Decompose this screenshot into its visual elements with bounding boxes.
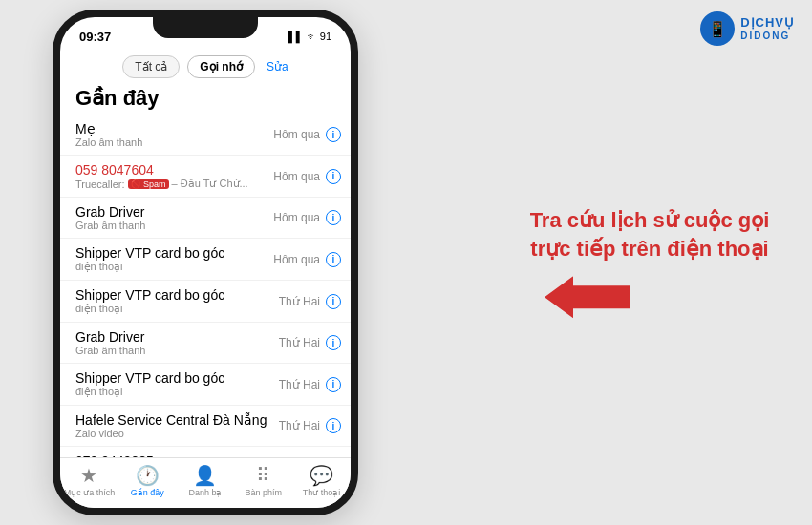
info-icon[interactable]: i [326, 252, 341, 267]
nav-contacts-label: Danh bạ [188, 489, 222, 498]
logo-icon: 📱 [700, 11, 735, 46]
call-day: Thứ Hai [279, 419, 320, 432]
tab-edit-link[interactable]: Sửa [267, 60, 288, 74]
nav-favorites[interactable]: ★ Mục ưa thích [60, 464, 118, 498]
call-item-left: Grab Driver Grab âm thanh [75, 329, 279, 356]
info-icon[interactable]: i [326, 210, 341, 225]
list-item[interactable]: Grab Driver Grab âm thanh Thứ Hai i [60, 323, 351, 364]
svg-marker-0 [545, 277, 630, 319]
call-name: Grab Driver [75, 329, 279, 345]
nav-keypad-label: Bàn phím [246, 489, 283, 498]
call-name: Shipper VTP card bo góc [75, 287, 279, 303]
call-day: Hôm qua [273, 170, 320, 183]
info-icon[interactable]: i [326, 418, 341, 433]
star-icon: ★ [80, 464, 97, 487]
nav-favorites-label: Mục ưa thích [64, 489, 116, 498]
call-item-left: Hafele Service Central Đà Nẵng Zalo vide… [75, 412, 279, 439]
keypad-icon: ⠿ [256, 464, 270, 487]
call-right: Thứ Hai i [279, 294, 341, 309]
call-item-left: Grab Driver Grab âm thanh [75, 204, 273, 231]
call-item-left: Shipper VTP card bo góc điện thoại [75, 370, 279, 398]
call-sub: Zalo video [75, 428, 279, 439]
call-name: Shipper VTP card bo góc [75, 245, 273, 261]
tab-row: Tất cả Gọi nhớ Sửa [60, 50, 351, 84]
list-item[interactable]: Hafele Service Central Đà Nẵng Zalo vide… [60, 406, 351, 447]
voicemail-icon: 💬 [310, 464, 333, 487]
list-item[interactable]: Mẹ Zalo âm thanh Hôm qua i [60, 115, 351, 156]
info-icon[interactable]: i [326, 377, 341, 392]
nav-voicemail[interactable]: 💬 Thư thoại [292, 464, 351, 498]
call-right: Thứ Hai i [279, 335, 341, 350]
call-name: Hafele Service Central Đà Nẵng [75, 412, 279, 428]
call-sub: Zalo âm thanh [75, 136, 273, 148]
bottom-nav: ★ Mục ưa thích 🕐 Gần đây 👤 Danh bạ ⠿ Bàn… [60, 457, 351, 508]
call-item-left: 059 8047604 Truecaller: 🚫 Spam – Đầu Tư … [75, 162, 273, 190]
call-sub: Grab âm thanh [75, 220, 273, 231]
call-sub: Grab âm thanh [75, 345, 279, 356]
arrow-left-icon [545, 277, 630, 319]
list-item[interactable]: Shipper VTP card bo góc điện thoại Thứ H… [60, 281, 351, 323]
call-right: Hôm qua i [273, 127, 341, 142]
contacts-icon: 👤 [193, 464, 217, 487]
call-item-left: 079 9449335 Việt Nam [75, 453, 279, 457]
nav-keypad[interactable]: ⠿ Bàn phím [234, 464, 292, 498]
call-name: 079 9449335 [75, 453, 279, 457]
status-time: 09:37 [79, 30, 111, 44]
right-panel-text: Tra cứu lịch sử cuộc gọi trực tiếp trên … [525, 206, 774, 262]
call-sub: điện thoại [75, 386, 279, 398]
status-icons: ▌▌ ᯤ 91 [288, 31, 331, 42]
call-item-left: Mẹ Zalo âm thanh [75, 121, 273, 148]
nav-contacts[interactable]: 👤 Danh bạ [177, 464, 235, 498]
list-item[interactable]: Shipper VTP card bo góc điện thoại Thứ H… [60, 364, 351, 406]
call-item-left: Shipper VTP card bo góc điện thoại [75, 245, 273, 273]
nav-recents[interactable]: 🕐 Gần đây [118, 464, 177, 498]
call-right: Thứ Hai i [279, 418, 341, 433]
call-sub: điện thoại [75, 261, 273, 273]
page-wrapper: 📱 DỊCHVỤ DIDONG 09:37 ▌▌ ᯤ 91 Tất cả Gọi… [0, 0, 812, 525]
phone-frame: 09:37 ▌▌ ᯤ 91 Tất cả Gọi nhớ Sửa Gần đây… [53, 10, 358, 515]
call-day: Thứ Hai [279, 336, 320, 349]
call-day: Hôm qua [273, 211, 320, 224]
info-icon[interactable]: i [326, 127, 341, 142]
list-item[interactable]: Grab Driver Grab âm thanh Hôm qua i [60, 198, 351, 239]
call-right: Hôm qua i [273, 210, 341, 225]
call-day: Thứ Hai [279, 378, 320, 391]
call-right: Thứ Hai i [279, 377, 341, 392]
logo: 📱 DỊCHVỤ DIDONG [700, 11, 795, 46]
spam-badge: 🚫 Spam [128, 179, 169, 189]
logo-line1: DỊCHVỤ [740, 16, 795, 30]
nav-voicemail-label: Thư thoại [303, 489, 341, 498]
call-right: Hôm qua i [273, 169, 341, 184]
call-list: Mẹ Zalo âm thanh Hôm qua i 059 8047604 T… [60, 115, 351, 457]
call-right: Hôm qua i [273, 252, 341, 267]
call-day: Thứ Hai [279, 295, 320, 308]
info-icon[interactable]: i [326, 169, 341, 184]
call-sub: Truecaller: 🚫 Spam – Đầu Tư Chứ... [75, 178, 273, 190]
logo-line2: DIDONG [740, 31, 795, 41]
info-icon[interactable]: i [326, 294, 341, 309]
list-item[interactable]: 059 8047604 Truecaller: 🚫 Spam – Đầu Tư … [60, 156, 351, 198]
call-name: Grab Driver [75, 204, 273, 220]
right-panel: Tra cứu lịch sử cuộc gọi trực tiếp trên … [525, 206, 774, 318]
call-sub: điện thoại [75, 303, 279, 315]
tab-all[interactable]: Tất cả [122, 55, 180, 78]
phone-content: Tất cả Gọi nhớ Sửa Gần đây Mẹ Zalo âm th… [60, 50, 351, 508]
call-day: Hôm qua [273, 128, 320, 141]
section-heading: Gần đây [60, 84, 351, 115]
recents-icon: 🕐 [136, 464, 160, 487]
call-name: Shipper VTP card bo góc [75, 370, 279, 386]
list-item[interactable]: Shipper VTP card bo góc điện thoại Hôm q… [60, 239, 351, 281]
call-day: Hôm qua [273, 253, 320, 266]
info-icon[interactable]: i [326, 335, 341, 350]
tab-recents[interactable]: Gọi nhớ [187, 55, 255, 78]
list-item[interactable]: 079 9449335 Việt Nam Thứ Hai i [60, 447, 351, 457]
call-item-left: Shipper VTP card bo góc điện thoại [75, 287, 279, 315]
call-name-spam: 059 8047604 [75, 162, 273, 178]
logo-text: DỊCHVỤ DIDONG [740, 16, 795, 40]
nav-recents-label: Gần đây [131, 489, 164, 498]
call-name: Mẹ [75, 121, 273, 136]
notch [153, 17, 258, 38]
